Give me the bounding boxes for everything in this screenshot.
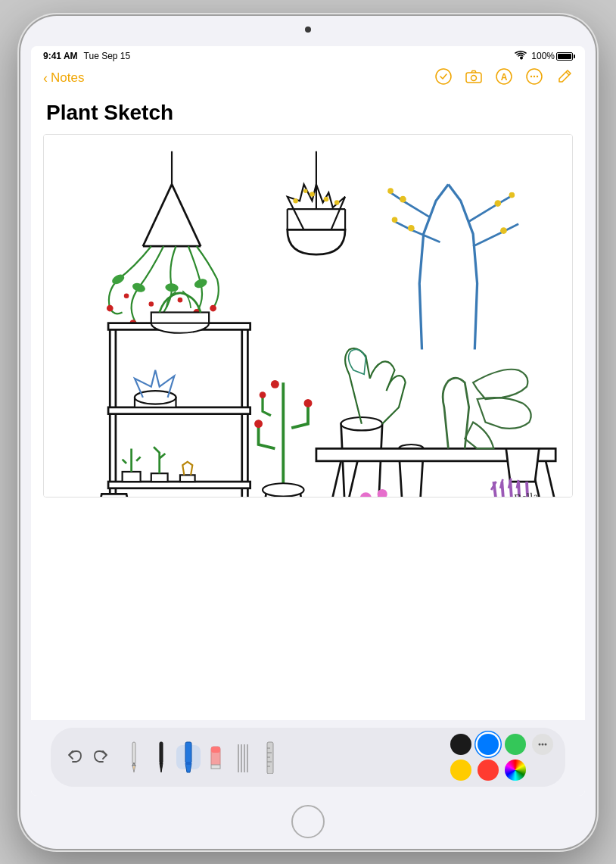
svg-text:Bella: Bella [513,489,539,497]
svg-point-23 [124,293,129,298]
nav-left: ‹ Notes [43,70,84,86]
checklist-icon[interactable] [435,68,452,89]
status-bar: 9:41 AM Tue Sep 15 100% [31,46,585,65]
color-black[interactable] [450,734,471,755]
svg-rect-52 [123,471,141,481]
svg-rect-76 [185,742,191,763]
svg-rect-49 [151,312,209,323]
camera-icon[interactable] [465,70,482,87]
svg-rect-45 [108,407,250,413]
svg-point-55 [263,483,304,496]
camera-dot [305,27,311,33]
ipad-frame: 9:41 AM Tue Sep 15 100% [20,16,596,849]
status-date: Tue Sep 15 [84,51,131,61]
undo-redo-group [63,745,113,769]
svg-rect-86 [267,742,273,774]
toolbar-pill: A [51,728,565,787]
svg-point-92 [539,743,541,745]
svg-point-56 [254,420,263,428]
sketch-area[interactable]: Bella 2019 [31,134,585,720]
drawing-toolbar: A [31,720,585,796]
svg-point-7 [534,75,535,76]
svg-point-39 [494,200,501,207]
color-blue[interactable] [478,734,499,755]
marker-tool-selected[interactable] [176,745,201,769]
screen: 9:41 AM Tue Sep 15 100% [31,46,585,796]
pencil-tool[interactable]: A [122,745,146,769]
color-green[interactable] [505,734,526,755]
svg-rect-74 [160,742,163,763]
svg-point-24 [149,301,154,307]
sketch-canvas[interactable]: Bella 2019 [43,134,573,498]
svg-point-38 [392,217,398,223]
svg-point-18 [107,304,114,311]
wifi-icon [515,51,527,62]
svg-point-2 [471,75,477,80]
ruler-tool[interactable] [258,745,282,769]
redo-button[interactable] [89,745,113,769]
svg-point-41 [500,227,507,234]
svg-rect-80 [211,765,220,769]
svg-point-25 [178,297,183,302]
status-right: 100% [515,51,573,62]
svg-text:A: A [501,71,508,82]
svg-rect-46 [108,482,250,488]
sketch-svg: Bella 2019 [44,135,572,498]
color-red[interactable] [478,760,499,781]
nav-right: A [435,68,573,89]
svg-point-59 [271,379,279,388]
svg-point-37 [408,224,415,231]
svg-point-22 [210,304,216,311]
svg-rect-53 [151,473,168,482]
svg-point-8 [537,75,538,76]
nav-bar: ‹ Notes [31,65,585,95]
page-title-section: Plant Sketch [31,95,585,134]
undo-button[interactable] [63,745,87,769]
battery-percent: 100% [531,51,555,61]
svg-rect-9 [44,135,572,498]
svg-point-0 [436,69,451,84]
back-button[interactable]: Notes [51,70,84,86]
color-more-button[interactable] [532,734,553,755]
svg-rect-81 [211,747,220,753]
svg-point-34 [303,189,307,192]
status-time: 9:41 AM [43,51,78,61]
more-icon[interactable] [526,68,543,89]
eraser-tool[interactable] [204,745,228,769]
svg-point-33 [334,200,340,205]
svg-point-31 [310,192,315,197]
svg-point-57 [304,399,313,407]
svg-rect-78 [185,762,191,765]
battery-icon [556,52,573,61]
svg-point-36 [387,188,394,194]
markup-icon[interactable]: A [496,68,512,89]
svg-rect-54 [180,475,195,482]
battery-container: 100% [531,51,573,61]
color-spectrum[interactable] [505,760,526,781]
compose-icon[interactable] [556,68,573,89]
home-button[interactable] [291,805,325,838]
svg-point-32 [324,196,329,201]
pen-tool[interactable] [149,745,173,769]
svg-point-6 [530,75,532,76]
color-swatches [450,734,553,781]
svg-point-40 [509,192,515,198]
page-title: Plant Sketch [46,101,173,124]
color-yellow[interactable] [450,760,471,781]
back-chevron-icon[interactable]: ‹ [43,70,48,86]
svg-point-35 [400,195,406,202]
svg-point-58 [260,391,266,398]
svg-point-93 [542,743,544,745]
svg-point-94 [545,743,547,745]
fill-tool[interactable] [231,745,255,769]
svg-point-30 [293,198,298,203]
svg-marker-75 [160,763,163,772]
